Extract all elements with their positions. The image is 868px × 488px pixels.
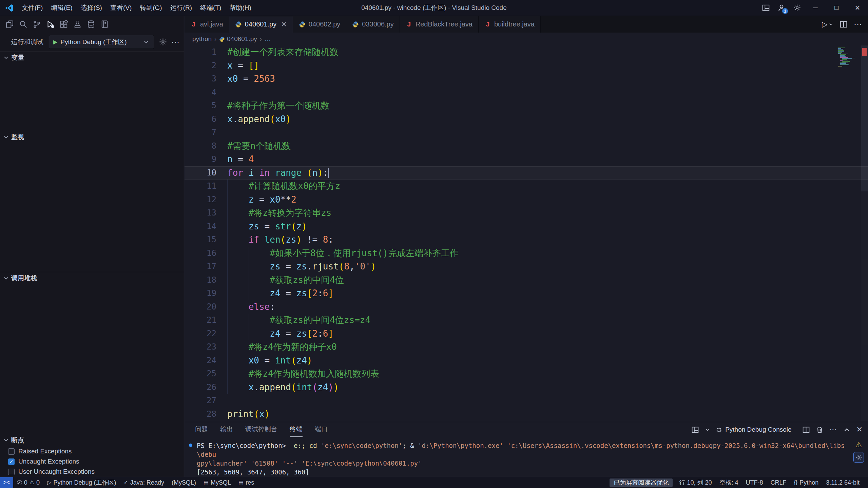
minimap[interactable]: [838, 48, 860, 67]
tab-033006.py[interactable]: 033006.py: [346, 16, 400, 33]
notebook-icon[interactable]: [100, 20, 109, 29]
mysql-connection[interactable]: ▤MySQL: [200, 477, 235, 488]
close-window-button[interactable]: ✕: [847, 0, 868, 16]
python-icon: [219, 36, 225, 42]
encoding[interactable]: UTF-8: [742, 477, 767, 488]
kill-terminal-icon[interactable]: [816, 426, 824, 434]
code-text: #将z转换为字符串zs: [227, 206, 868, 220]
settings-gear-icon[interactable]: [792, 2, 803, 13]
problems[interactable]: 0⚠0: [13, 477, 43, 488]
extensions-icon[interactable]: [60, 20, 68, 29]
section-header[interactable]: 变量: [0, 52, 184, 64]
menu-item[interactable]: 运行(R): [166, 0, 196, 16]
mysql-database[interactable]: ▤res: [235, 477, 258, 488]
terminal-list-item[interactable]: [853, 452, 864, 463]
minimize-button[interactable]: ─: [805, 0, 826, 16]
panel-tab-问题[interactable]: 问题: [195, 422, 208, 437]
eol-sequence[interactable]: CRLF: [767, 477, 790, 488]
breakpoint-item[interactable]: ✓Uncaught Exceptions: [0, 456, 184, 467]
menu-item[interactable]: 转到(G): [136, 0, 166, 16]
panel-tab-终端[interactable]: 终端: [290, 422, 303, 437]
breadcrumb-item[interactable]: …: [265, 35, 271, 43]
breakpoint-checkbox[interactable]: [8, 469, 15, 475]
database-icon[interactable]: [87, 20, 95, 29]
run-and-debug-icon[interactable]: [46, 20, 55, 29]
indentation[interactable]: 空格: 4: [715, 477, 742, 488]
code-text: x.append(x0): [227, 113, 868, 126]
source-control-icon[interactable]: [33, 20, 41, 29]
split-terminal-icon[interactable]: [802, 426, 810, 434]
code-text: if len(zs) != 8:: [227, 233, 868, 247]
close-panel-icon[interactable]: ✕: [856, 425, 863, 434]
debug-config-select[interactable]: ▶ Python Debug (工作区): [49, 35, 154, 49]
layout-controls-icon[interactable]: [760, 2, 771, 13]
start-debugging-icon[interactable]: ▶: [53, 39, 57, 45]
testing-icon[interactable]: [73, 20, 82, 29]
account-icon[interactable]: 1: [776, 2, 787, 13]
tab-close-icon[interactable]: ✕: [281, 21, 287, 28]
mysql-database-icon: ▤: [238, 480, 244, 485]
menu-item[interactable]: 选择(S): [77, 0, 106, 16]
tab-040602.py[interactable]: 040602.py: [293, 16, 346, 33]
debug-sidebar: 运行和调试 ▶ Python Debug (工作区) ⋯ 变量监视调用堆栈断点R…: [0, 16, 184, 477]
breakpoint-checkbox[interactable]: [8, 448, 15, 455]
section-header[interactable]: 调用堆栈: [0, 272, 184, 284]
scrollbar-thumb[interactable]: [861, 45, 868, 191]
breadcrumb-label: 040601.py: [227, 35, 257, 43]
cursor-position[interactable]: 行 10, 列 20: [675, 477, 715, 488]
python-interpreter[interactable]: 3.11.2 64-bit: [822, 477, 863, 488]
java-status[interactable]: ✓Java: Ready: [120, 477, 168, 488]
code-line: 19 z4 = zs[2:6]: [185, 287, 868, 300]
explorer-icon[interactable]: [5, 20, 14, 29]
terminal-warning-icon[interactable]: ⚠: [855, 441, 862, 449]
debug-status[interactable]: ▷Python Debug (工作区): [43, 477, 120, 488]
panel-tab-输出[interactable]: 输出: [220, 422, 233, 437]
section-header[interactable]: 断点: [0, 434, 184, 446]
panel-tab-调试控制台[interactable]: 调试控制台: [245, 422, 277, 437]
line-number: 22: [185, 327, 216, 341]
breakpoint-item[interactable]: Raised Exceptions: [0, 446, 184, 456]
active-terminal-select[interactable]: Python Debug Console: [716, 426, 791, 433]
tab-label: RedBlackTree.java: [416, 20, 472, 28]
panel-tab-端口[interactable]: 端口: [315, 422, 328, 437]
maximize-button[interactable]: □: [826, 0, 847, 16]
tab-040601.py[interactable]: 040601.py✕: [229, 16, 293, 33]
tab-avl.java[interactable]: Javl.java: [185, 16, 229, 33]
search-icon[interactable]: [19, 20, 27, 29]
indent-guide: [227, 206, 228, 220]
maximize-panel-icon[interactable]: [843, 426, 851, 434]
breakpoint-item[interactable]: User Uncaught Exceptions: [0, 467, 184, 477]
menu-item[interactable]: 终端(T): [196, 0, 225, 16]
run-python-file-button[interactable]: ▷: [822, 20, 833, 29]
command-decoration-icon[interactable]: [189, 444, 192, 447]
breadcrumb-item[interactable]: 040601.py: [219, 35, 257, 43]
line-number: 18: [185, 274, 216, 287]
split-editor-icon[interactable]: [840, 20, 848, 29]
language-mode[interactable]: {}Python: [790, 477, 823, 488]
chevron-down-icon[interactable]: [705, 427, 710, 432]
breadcrumb-item[interactable]: python: [192, 35, 212, 43]
remote-indicator[interactable]: ><: [0, 477, 13, 488]
code-line: 15 if len(zs) != 8:: [185, 233, 868, 247]
more-actions-icon[interactable]: ⋯: [171, 37, 179, 47]
debug-settings-gear-icon[interactable]: [159, 38, 167, 46]
code-lines[interactable]: 1#创建一个列表来存储随机数2x = []3x0 = 256345#将种子作为第…: [185, 45, 868, 421]
menu-item[interactable]: 文件(F): [18, 0, 47, 16]
breakpoint-checkbox[interactable]: ✓: [8, 458, 15, 465]
menu-item[interactable]: 帮助(H): [225, 0, 255, 16]
indent-guide: [227, 381, 228, 394]
panel-more-actions-icon[interactable]: ⋯: [829, 425, 837, 434]
menu-item[interactable]: 编辑(E): [47, 0, 76, 16]
panel-actions: Python Debug Console ⋯ ✕: [691, 425, 863, 434]
terminal-views-icon[interactable]: [691, 426, 699, 434]
mysql-label[interactable]: (MySQL): [168, 477, 200, 488]
tab-RedBlackTree.java[interactable]: JRedBlackTree.java: [400, 16, 479, 33]
more-editor-actions-icon[interactable]: ⋯: [854, 20, 862, 29]
section-header[interactable]: 监视: [0, 131, 184, 143]
overview-ruler[interactable]: [861, 45, 868, 421]
terminal-content[interactable]: PS E:\sync\code\python> e:; cd 'e:\sync\…: [197, 437, 846, 477]
tab-buildtree.java[interactable]: Jbuildtree.java: [479, 16, 541, 33]
menu-item[interactable]: 查看(V): [106, 0, 136, 16]
screen-reader-mode[interactable]: 已为屏幕阅读器优化: [610, 478, 673, 487]
indent-guide: [227, 314, 228, 327]
